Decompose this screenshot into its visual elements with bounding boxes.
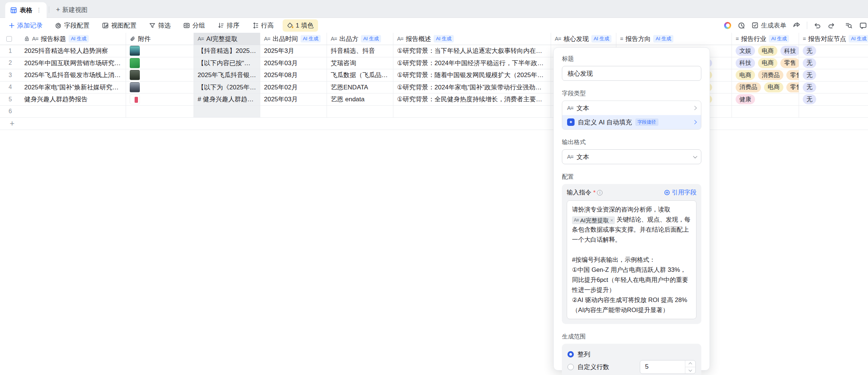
- cell-node[interactable]: [799, 106, 868, 118]
- add-row-button[interactable]: +: [0, 118, 868, 130]
- cell-time[interactable]: 2025年3月: [260, 45, 327, 57]
- custom-rows-input[interactable]: 5: [640, 360, 696, 374]
- cell-attachment[interactable]: [126, 45, 194, 57]
- cell-ai-extract[interactable]: 2025年飞瓜抖音银发市...: [194, 69, 260, 81]
- attachment-thumbnail[interactable]: [130, 58, 140, 68]
- history-clock-icon[interactable]: [738, 22, 745, 29]
- cell-report-title[interactable]: [21, 106, 126, 118]
- column-header-ai-extract[interactable]: A≡ AI完整提取: [194, 33, 260, 45]
- cell-report-title[interactable]: 2025抖音精选年轻人趋势洞察: [21, 45, 126, 57]
- cell-node[interactable]: 无: [799, 82, 868, 93]
- column-header-node[interactable]: ≡ 报告对应节点 AI 生成: [799, 33, 868, 45]
- cell-report-title[interactable]: 2025年飞瓜抖音银发市场线上消费与广...: [21, 69, 126, 81]
- field-type-option-text[interactable]: A≡ 文本: [562, 101, 701, 115]
- select-all-checkbox[interactable]: [6, 36, 12, 42]
- group-button[interactable]: 分组: [180, 19, 209, 32]
- cell-producer[interactable]: [327, 106, 393, 118]
- cell-producer[interactable]: 飞瓜数据（飞瓜品策 × ...: [327, 69, 393, 81]
- filter-button[interactable]: 筛选: [145, 19, 174, 32]
- cell-overview[interactable]: ①研究背景：2024年家电“国补”政策带动行业强劲增长，但202...: [393, 82, 551, 93]
- row-number[interactable]: 4: [0, 82, 21, 93]
- cell-time[interactable]: 2025年02月: [260, 82, 327, 93]
- cell-attachment[interactable]: [126, 57, 194, 69]
- row-number[interactable]: 5: [0, 93, 21, 105]
- cell-attachment[interactable]: [126, 93, 194, 105]
- cell-industry[interactable]: [732, 106, 799, 118]
- cell-overview[interactable]: ①研究背景：随着中国银发网民规模扩大（2025年50岁+网民...: [393, 69, 551, 81]
- cell-time[interactable]: 2025年03月: [260, 93, 327, 105]
- row-height-button[interactable]: 行高: [248, 19, 277, 32]
- field-type-option-ai-autofill[interactable]: ✦ 自定义 AI 自动填充 字段捷径: [562, 115, 701, 129]
- row-number[interactable]: 1: [0, 45, 21, 57]
- cell-ai-extract[interactable]: 【以下为《2025年家电“...: [194, 82, 260, 93]
- info-icon[interactable]: i: [597, 190, 603, 196]
- search-in-table-icon[interactable]: [845, 22, 852, 29]
- attachment-thumbnail[interactable]: [130, 70, 140, 80]
- new-view-button[interactable]: + 新建视图: [52, 2, 91, 18]
- attachment-thumbnail[interactable]: [130, 46, 140, 56]
- row-number[interactable]: 3: [0, 69, 21, 81]
- redo-icon[interactable]: [828, 22, 835, 29]
- remove-chip-icon[interactable]: ×: [610, 216, 613, 224]
- cell-node[interactable]: 无: [799, 93, 868, 105]
- add-record-button[interactable]: 添加记录: [5, 19, 46, 32]
- ai-assistant-icon[interactable]: [724, 22, 731, 29]
- column-header-time[interactable]: A≡ 出品时间 AI 生成: [260, 33, 327, 45]
- cell-attachment[interactable]: [126, 69, 194, 81]
- cell-ai-extract[interactable]: 【抖音精选】2025抖音...: [194, 45, 260, 57]
- cell-industry[interactable]: 电商消费品零售: [732, 69, 799, 81]
- cell-industry[interactable]: 科技电商零售: [732, 57, 799, 69]
- fill-color-chip[interactable]: 1 填色: [283, 19, 318, 32]
- cell-attachment[interactable]: [126, 106, 194, 118]
- cell-industry[interactable]: 文娱电商科技: [732, 45, 799, 57]
- range-option-full-column[interactable]: 整列: [567, 348, 696, 360]
- cell-attachment[interactable]: [126, 82, 194, 93]
- radio-selected-icon[interactable]: [567, 351, 574, 357]
- attachment-thumbnail[interactable]: [130, 94, 140, 104]
- stepper-up-button[interactable]: [685, 360, 695, 367]
- cell-ai-extract[interactable]: 【以下内容已按“全文、 ...: [194, 57, 260, 69]
- undo-icon[interactable]: [814, 22, 821, 29]
- cell-ai-extract[interactable]: # 健身兴趣人群趋势报...: [194, 93, 260, 105]
- column-header-producer[interactable]: A≡ 出品方 AI 生成: [327, 33, 393, 45]
- range-option-custom-rows[interactable]: 自定义行数 5: [567, 360, 696, 373]
- cell-overview[interactable]: ①研究背景：当下年轻人从追逐宏大叙事转向内在探索，注重...: [393, 45, 551, 57]
- column-header-title[interactable]: A≡ 报告标题 AI 生成: [21, 33, 126, 45]
- cell-producer[interactable]: 抖音精选、抖音: [327, 45, 393, 57]
- attachment-thumbnail[interactable]: [130, 82, 140, 92]
- share-icon[interactable]: [793, 22, 800, 29]
- column-header-direction[interactable]: ≡ 报告方向 AI 生成: [616, 33, 732, 45]
- cell-industry[interactable]: 消费品电商零售: [732, 82, 799, 93]
- column-header-attachment[interactable]: 附件: [126, 33, 194, 45]
- tab-menu-dots-icon[interactable]: ⋮: [35, 7, 43, 13]
- sort-button[interactable]: 排序: [214, 19, 243, 32]
- generate-form-button[interactable]: 生成表单: [752, 21, 786, 30]
- row-number[interactable]: 2: [0, 57, 21, 69]
- prompt-textarea[interactable]: 请扮演专业资深的咨询分析师，读取 A≡AI完整提取× 关键结论、观点、发现，每条…: [567, 200, 696, 319]
- cell-overview[interactable]: ①研究背景：全民健身热度持续增长，消费者主要出于体重管...: [393, 93, 551, 105]
- field-title-input[interactable]: 核心发现: [562, 66, 701, 81]
- cell-overview[interactable]: ①研究背景：2024年中国经济平稳运行，下半年政策提振消费...: [393, 57, 551, 69]
- referenced-field-chip[interactable]: A≡AI完整提取×: [572, 216, 615, 224]
- column-header-industry[interactable]: ≡ 报告行业 AI 生成: [732, 33, 799, 45]
- cell-ai-extract[interactable]: [194, 106, 260, 118]
- cell-node[interactable]: 无: [799, 45, 868, 57]
- cell-report-title[interactable]: 2025年家电“国补”焕新社媒研究报告: [21, 82, 126, 93]
- row-number[interactable]: 6: [0, 106, 21, 118]
- tab-table-view[interactable]: 表格 ⋮: [5, 2, 47, 18]
- column-header-overview[interactable]: A≡ 报告概述 AI 生成: [393, 33, 551, 45]
- cell-producer[interactable]: 艺恩 endata: [327, 93, 393, 105]
- comment-panel-icon[interactable]: [859, 22, 867, 29]
- radio-unselected-icon[interactable]: [567, 364, 574, 370]
- field-config-button[interactable]: 字段配置: [51, 19, 93, 32]
- cell-producer[interactable]: 艾瑞咨询: [327, 57, 393, 69]
- view-config-button[interactable]: 视图配置: [98, 19, 140, 32]
- column-header-finding[interactable]: A≡ 核心发现 AI 生成: [551, 33, 616, 45]
- cell-industry[interactable]: 健康: [732, 93, 799, 105]
- output-format-select[interactable]: A≡ 文本: [562, 149, 701, 164]
- cell-producer[interactable]: 艺恩ENDATA: [327, 82, 393, 93]
- select-all-checkbox-cell[interactable]: [0, 33, 21, 45]
- cell-report-title[interactable]: 2025年中国互联网营销市场研究报告: [21, 57, 126, 69]
- stepper-down-button[interactable]: [685, 367, 695, 374]
- cell-node[interactable]: 无: [799, 69, 868, 81]
